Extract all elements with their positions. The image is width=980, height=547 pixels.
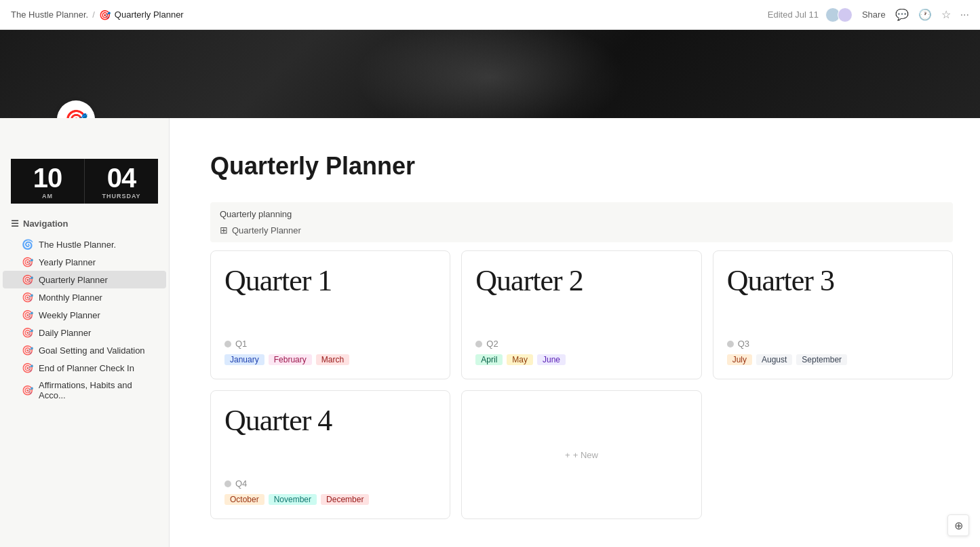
main-content: Quarterly Planner Quarterly planning ⊞ Q… [170, 118, 980, 547]
quarter-1-title: Quarter 1 [224, 265, 436, 297]
clock-minute-box: 04 THURSDAY [85, 159, 158, 204]
tag-june: June [537, 354, 566, 365]
quarter-1-card[interactable]: Quarter 1 Q1 January February March [210, 250, 450, 379]
quarter-2-title: Quarter 2 [475, 265, 687, 297]
more-icon[interactable]: ··· [960, 9, 969, 21]
tag-july: July [727, 354, 752, 365]
tag-may: May [507, 354, 533, 365]
quarter-2-tags: April May June [475, 354, 687, 365]
quarter-4-tags: October November December [224, 494, 436, 505]
sidebar-item-quarterly-planner[interactable]: 🎯 Quarterly Planner [3, 271, 166, 288]
nav-item-icon: 🎯 [22, 309, 33, 320]
q1-id-label: Q1 [235, 339, 247, 349]
db-section-label: Quarterly planning [220, 209, 943, 219]
tag-april: April [475, 354, 503, 365]
quarter-1-meta: Q1 January February March [224, 339, 436, 365]
sidebar-item-yearly-planner[interactable]: 🎯 Yearly Planner [3, 253, 166, 271]
sidebar: 10 AM 04 THURSDAY ☰ Navigation 🌀 The Hus… [0, 118, 170, 547]
avatar [838, 7, 852, 22]
quarter-3-id: Q3 [727, 339, 939, 349]
new-quarter-card[interactable]: + + New [461, 390, 701, 519]
tag-december: December [321, 494, 369, 505]
sidebar-item-end-of-planner[interactable]: 🎯 End of Planner Check In [3, 359, 166, 377]
nav-menu-icon: ☰ [11, 219, 19, 229]
quarters-gallery: Quarter 1 Q1 January February March Quar… [210, 250, 953, 519]
q4-id-label: Q4 [235, 478, 247, 489]
topbar: The Hustle Planner. / 🎯 Quarterly Planne… [0, 0, 980, 30]
nav-item-icon: 🎯 [22, 257, 33, 267]
sidebar-item-daily-planner[interactable]: 🎯 Daily Planner [3, 324, 166, 341]
sidebar-item-label: End of Planner Check In [39, 363, 134, 373]
edited-label: Edited Jul 11 [768, 10, 819, 20]
sidebar-item-label: Affirmations, Habits and Acco... [39, 380, 155, 400]
nav-item-icon: 🎯 [22, 327, 33, 338]
tag-october: October [224, 494, 264, 505]
clock-day: THURSDAY [102, 193, 140, 200]
sidebar-item-label: Goal Setting and Validation [39, 345, 145, 356]
nav-header-label: Navigation [23, 219, 68, 229]
tag-february: February [269, 354, 312, 365]
tag-january: January [224, 354, 264, 365]
q4-dot [224, 480, 231, 487]
quarter-3-card[interactable]: Quarter 3 Q3 July August September [713, 250, 953, 379]
zoom-icon: ⊕ [954, 519, 963, 532]
q2-dot [475, 341, 482, 347]
sidebar-item-label: Weekly Planner [39, 310, 100, 320]
favorite-icon[interactable]: ☆ [941, 8, 951, 21]
tag-august: August [756, 354, 792, 365]
quarter-3-meta: Q3 July August September [727, 339, 939, 365]
tag-november: November [269, 494, 317, 505]
nav-item-icon: 🎯 [22, 362, 33, 373]
quarter-2-meta: Q2 April May June [475, 339, 687, 365]
quarter-4-card[interactable]: Quarter 4 Q4 October November December [210, 390, 450, 519]
nav-item-icon: 🎯 [22, 292, 33, 303]
tag-september: September [796, 354, 847, 365]
new-button-label: + New [573, 450, 598, 460]
clock-widget: 10 AM 04 THURSDAY [11, 159, 158, 204]
quarter-4-title: Quarter 4 [224, 404, 436, 437]
target-symbol: 🎯 [64, 109, 88, 119]
page-target-icon: 🎯 [57, 100, 95, 118]
db-view-header: Quarterly planning ⊞ Quarterly Planner [210, 202, 953, 242]
sidebar-item-weekly-planner[interactable]: 🎯 Weekly Planner [3, 306, 166, 324]
quarter-2-card[interactable]: Quarter 2 Q2 April May June [461, 250, 701, 379]
sidebar-item-label: Quarterly Planner [39, 275, 108, 285]
sidebar-item-goal-setting[interactable]: 🎯 Goal Setting and Validation [3, 341, 166, 359]
comment-icon[interactable]: 💬 [895, 8, 909, 21]
sidebar-item-label: Daily Planner [39, 328, 91, 338]
zoom-button[interactable]: ⊕ [947, 514, 969, 536]
sidebar-item-label: The Hustle Planner. [39, 240, 116, 250]
nav-header: ☰ Navigation [0, 214, 169, 233]
q3-id-label: Q3 [738, 339, 749, 349]
quarter-1-tags: January February March [224, 354, 436, 365]
avatar-stack [828, 7, 852, 22]
nav-item-icon: 🎯 [22, 385, 33, 396]
sidebar-item-monthly-planner[interactable]: 🎯 Monthly Planner [3, 288, 166, 306]
history-icon[interactable]: 🕐 [918, 8, 932, 21]
breadcrumb-separator: / [92, 10, 95, 20]
quarter-3-title: Quarter 3 [727, 265, 939, 297]
nav-item-icon: 🎯 [22, 345, 33, 356]
clock-minute: 04 [107, 164, 136, 191]
hero-banner: 🎯 [0, 30, 980, 118]
clock-ampm: AM [42, 193, 53, 200]
sidebar-item-hustle-planner[interactable]: 🌀 The Hustle Planner. [3, 235, 166, 253]
nav-item-icon: 🌀 [22, 239, 33, 250]
nav-item-icon: 🎯 [22, 274, 33, 285]
topbar-actions: Edited Jul 11 Share 💬 🕐 ☆ ··· [768, 7, 969, 22]
current-page-breadcrumb: Quarterly Planner [115, 10, 184, 20]
sidebar-item-affirmations[interactable]: 🎯 Affirmations, Habits and Acco... [3, 377, 166, 404]
share-button[interactable]: Share [862, 10, 886, 20]
clock-hour-box: 10 AM [11, 159, 85, 204]
new-plus-icon: + [565, 450, 570, 460]
clock-hour: 10 [33, 164, 62, 191]
page-title: Quarterly Planner [210, 152, 953, 181]
quarter-1-id: Q1 [224, 339, 436, 349]
sidebar-item-label: Monthly Planner [39, 293, 102, 303]
db-link[interactable]: ⊞ Quarterly Planner [220, 225, 943, 235]
q3-dot [727, 341, 734, 347]
app-name[interactable]: The Hustle Planner. [11, 10, 88, 20]
q1-dot [224, 341, 231, 347]
q2-id-label: Q2 [486, 339, 498, 349]
layout: 10 AM 04 THURSDAY ☰ Navigation 🌀 The Hus… [0, 118, 980, 547]
